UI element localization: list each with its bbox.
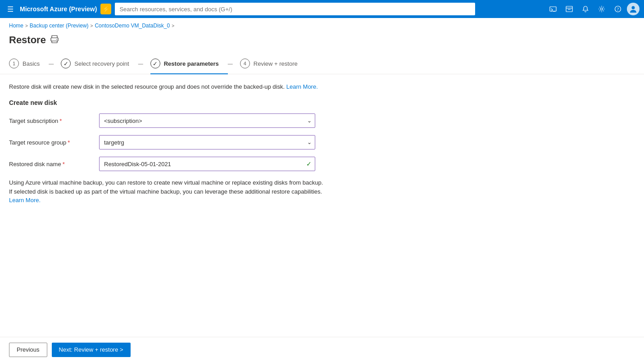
page-header: Restore — [0, 31, 644, 53]
step-sep-3: — — [228, 61, 233, 66]
notifications-icon[interactable] — [578, 2, 593, 16]
svg-text:?: ? — [617, 7, 619, 12]
breadcrumb-disk[interactable]: ContosoDemo VM_DataDisk_0 — [95, 23, 170, 29]
breadcrumb-sep-1: > — [25, 23, 28, 28]
top-navigation: ☰ Microsoft Azure (Preview) ⚡ ? — [0, 0, 644, 18]
wizard-steps: 1 Basics — ✓ Select recovery point — ✓ R… — [0, 53, 644, 74]
svg-rect-0 — [550, 7, 556, 11]
help-icon[interactable]: ? — [611, 2, 625, 16]
restored-disk-name-input[interactable] — [99, 157, 315, 171]
required-star-resourcegroup: * — [68, 139, 70, 146]
target-subscription-row: Target subscription * <subscription> ⌄ — [9, 113, 635, 128]
app-title: Microsoft Azure (Preview) — [20, 5, 97, 13]
svg-point-9 — [632, 6, 635, 9]
step-basics-indicator: 1 — [9, 59, 19, 68]
svg-rect-2 — [566, 6, 572, 12]
cloud-shell-icon[interactable] — [546, 2, 560, 16]
restored-disk-name-label: Restored disk name * — [9, 161, 90, 167]
note-text: Using Azure virtual machine backup, you … — [9, 178, 324, 205]
breadcrumb: Home > Backup center (Preview) > Contoso… — [0, 18, 644, 31]
step-parameters-label: Restore parameters — [164, 60, 219, 67]
section-title: Create new disk — [9, 99, 635, 106]
print-icon[interactable] — [50, 35, 59, 45]
svg-point-5 — [601, 8, 603, 10]
breadcrumb-sep-3: > — [172, 23, 174, 28]
step-sep-1: — — [49, 61, 54, 66]
badge-icon: ⚡ — [102, 5, 110, 13]
step-recovery[interactable]: ✓ Select recovery point — [61, 53, 138, 74]
step-recovery-label: Select recovery point — [74, 60, 129, 67]
target-resource-group-wrapper: targetrg ⌄ — [99, 135, 315, 149]
hamburger-menu-icon[interactable]: ☰ — [5, 2, 16, 16]
step-review[interactable]: 4 Review + restore — [240, 53, 307, 74]
breadcrumb-sep-2: > — [91, 23, 93, 28]
step-review-indicator: 4 — [240, 59, 250, 68]
step-basics[interactable]: 1 Basics — [9, 53, 49, 74]
target-subscription-select[interactable]: <subscription> — [99, 113, 315, 128]
info-text: Restore disk will create new disk in the… — [9, 83, 635, 90]
breadcrumb-home[interactable]: Home — [9, 23, 23, 29]
step-review-label: Review + restore — [254, 60, 298, 67]
svg-point-13 — [56, 39, 57, 40]
step-basics-label: Basics — [23, 60, 40, 67]
breadcrumb-backup-center[interactable]: Backup center (Preview) — [30, 23, 89, 29]
nav-icons: ? — [546, 2, 639, 16]
restored-disk-name-wrapper: ✓ — [99, 157, 315, 171]
step-sep-2: — — [138, 61, 143, 66]
disk-name-check-icon: ✓ — [306, 160, 312, 167]
step-parameters[interactable]: ✓ Restore parameters — [150, 53, 228, 74]
required-star-subscription: * — [59, 118, 62, 124]
target-resource-group-select[interactable]: targetrg — [99, 135, 315, 149]
step-recovery-indicator: ✓ — [61, 59, 71, 68]
target-resource-group-label: Target resource group * — [9, 139, 90, 146]
target-resource-group-row: Target resource group * targetrg ⌄ — [9, 135, 635, 149]
user-avatar[interactable] — [627, 3, 639, 15]
learn-more-link-2[interactable]: Learn More. — [9, 197, 41, 204]
main-content: Restore disk will create new disk in the… — [0, 74, 644, 214]
directory-icon[interactable] — [562, 2, 576, 16]
learn-more-link-1[interactable]: Learn More. — [286, 83, 318, 90]
target-subscription-wrapper: <subscription> ⌄ — [99, 113, 315, 128]
search-input[interactable] — [115, 3, 475, 15]
page-title: Restore — [9, 34, 46, 46]
restored-disk-name-row: Restored disk name * ✓ — [9, 157, 635, 171]
settings-icon[interactable] — [594, 2, 609, 16]
target-subscription-label: Target subscription * — [9, 118, 90, 124]
azure-badge: ⚡ — [100, 4, 111, 14]
required-star-diskname: * — [63, 161, 65, 167]
step-parameters-indicator: ✓ — [150, 59, 160, 68]
